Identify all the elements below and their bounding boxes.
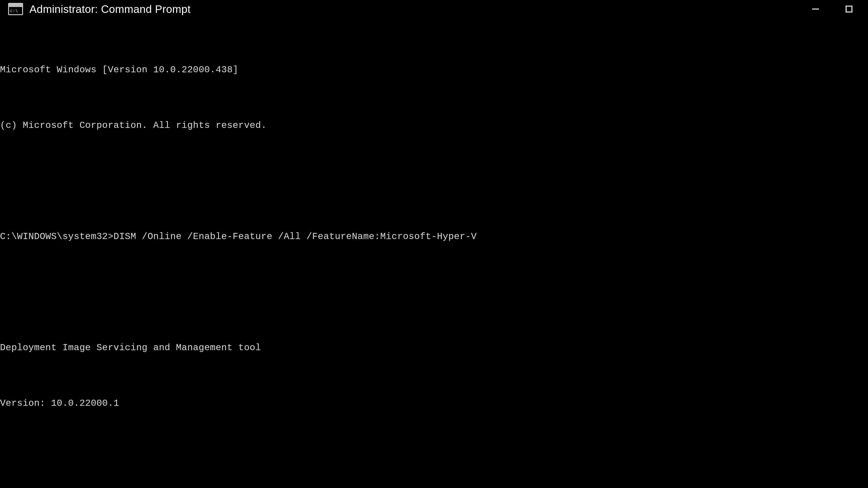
maximize-button[interactable] (835, 0, 863, 18)
titlebar[interactable]: c:\ Administrator: Command Prompt (0, 0, 868, 18)
window-title: Administrator: Command Prompt (29, 3, 191, 15)
output-line: Version: 10.0.22000.1 (0, 394, 868, 413)
output-line: Deployment Image Servicing and Managemen… (0, 338, 868, 357)
output-line (0, 450, 868, 468)
output-line: C:\WINDOWS\system32>DISM /Online /Enable… (0, 227, 868, 246)
cmd-window: c:\ Administrator: Command Prompt Micros… (0, 0, 868, 488)
terminal-output[interactable]: Microsoft Windows [Version 10.0.22000.43… (0, 18, 868, 488)
output-line (0, 172, 868, 190)
svg-rect-1 (846, 6, 852, 12)
output-line: (c) Microsoft Corporation. All rights re… (0, 116, 868, 135)
output-line (0, 283, 868, 301)
cmd-icon: c:\ (8, 3, 23, 15)
output-line: Microsoft Windows [Version 10.0.22000.43… (0, 61, 868, 79)
minimize-button[interactable] (802, 0, 829, 18)
